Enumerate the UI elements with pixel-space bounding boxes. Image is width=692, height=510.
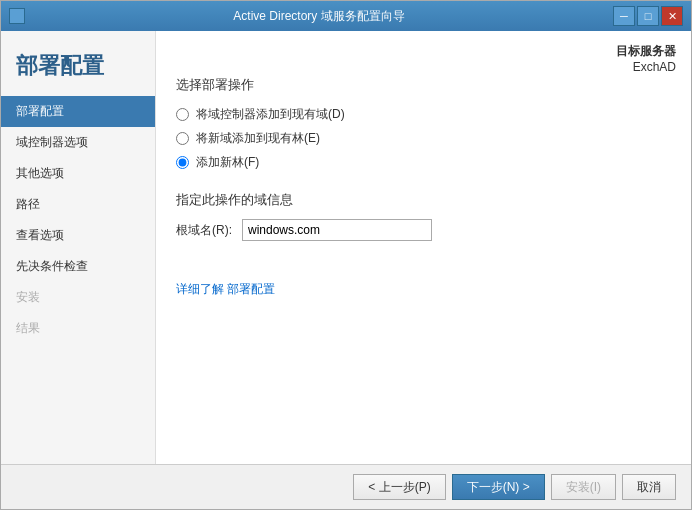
target-server-value: ExchAD	[616, 60, 676, 74]
window-title: Active Directory 域服务配置向导	[25, 8, 613, 25]
minimize-button[interactable]: ─	[613, 6, 635, 26]
radio-add-new-forest[interactable]	[176, 156, 189, 169]
info-link-container: 详细了解 部署配置	[176, 281, 671, 298]
sidebar-item-path[interactable]: 路径	[1, 189, 155, 220]
radio-item-add-new-domain[interactable]: 将新域添加到现有林(E)	[176, 130, 671, 147]
main-content: 部署配置 部署配置 域控制器选项 其他选项 路径 查看选项 先决条件检查 安装	[1, 31, 691, 464]
info-link[interactable]: 详细了解 部署配置	[176, 282, 275, 296]
sidebar-title: 部署配置	[1, 41, 155, 96]
root-domain-input[interactable]	[242, 219, 432, 241]
sidebar-item-install: 安装	[1, 282, 155, 313]
sidebar-item-other-options[interactable]: 其他选项	[1, 158, 155, 189]
window-icon	[9, 8, 25, 24]
radio-add-new-domain[interactable]	[176, 132, 189, 145]
sidebar-item-deploy[interactable]: 部署配置	[1, 96, 155, 127]
radio-add-existing-domain[interactable]	[176, 108, 189, 121]
title-bar: Active Directory 域服务配置向导 ─ □ ✕	[1, 1, 691, 31]
maximize-button[interactable]: □	[637, 6, 659, 26]
bottom-bar: < 上一步(P) 下一步(N) > 安装(I) 取消	[1, 464, 691, 509]
sidebar-item-prerequisite[interactable]: 先决条件检查	[1, 251, 155, 282]
sidebar-item-dc-options[interactable]: 域控制器选项	[1, 127, 155, 158]
prev-button[interactable]: < 上一步(P)	[353, 474, 445, 500]
right-panel: 目标服务器 ExchAD 选择部署操作 将域控制器添加到现有域(D) 将新域添加…	[156, 31, 691, 464]
target-server-label: 目标服务器	[616, 43, 676, 60]
main-window: Active Directory 域服务配置向导 ─ □ ✕ 部署配置 部署配置…	[0, 0, 692, 510]
domain-info-heading: 指定此操作的域信息	[176, 191, 671, 209]
root-domain-row: 根域名(R):	[176, 219, 671, 241]
root-domain-label: 根域名(R):	[176, 222, 232, 239]
next-button[interactable]: 下一步(N) >	[452, 474, 545, 500]
section-heading: 选择部署操作	[176, 76, 671, 94]
radio-group-deploy: 将域控制器添加到现有域(D) 将新域添加到现有林(E) 添加新林(F)	[176, 106, 671, 171]
sidebar-item-results: 结果	[1, 313, 155, 344]
install-button: 安装(I)	[551, 474, 616, 500]
target-server-info: 目标服务器 ExchAD	[616, 43, 676, 74]
sidebar: 部署配置 部署配置 域控制器选项 其他选项 路径 查看选项 先决条件检查 安装	[1, 31, 156, 464]
cancel-button[interactable]: 取消	[622, 474, 676, 500]
radio-item-add-new-forest[interactable]: 添加新林(F)	[176, 154, 671, 171]
radio-item-add-to-existing-domain[interactable]: 将域控制器添加到现有域(D)	[176, 106, 671, 123]
title-bar-buttons: ─ □ ✕	[613, 6, 683, 26]
close-button[interactable]: ✕	[661, 6, 683, 26]
sidebar-item-review[interactable]: 查看选项	[1, 220, 155, 251]
